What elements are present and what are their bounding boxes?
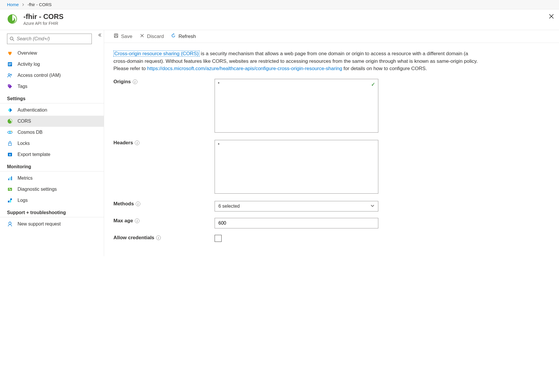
headers-label: Headers i <box>113 140 215 146</box>
sidebar-search-field[interactable] <box>17 36 89 41</box>
info-icon[interactable]: i <box>135 141 139 145</box>
page-subtitle: Azure API for FHIR <box>23 21 63 26</box>
sidebar-section-monitoring: Monitoring <box>0 160 104 171</box>
command-bar: Save Discard Refresh <box>104 30 559 43</box>
page-header: -fhir - CORS Azure API for FHIR <box>0 9 559 30</box>
sidebar-item-tags[interactable]: Tags <box>0 81 104 92</box>
origins-label: Origins i <box>113 79 215 85</box>
sidebar-item-authentication[interactable]: Authentication <box>0 105 104 116</box>
info-icon[interactable]: i <box>133 79 137 84</box>
diagnostic-icon <box>7 187 13 192</box>
sidebar-collapse-button[interactable] <box>97 33 101 38</box>
sidebar-item-cosmos-db[interactable]: Cosmos DB <box>0 127 104 138</box>
sidebar-item-logs[interactable]: Logs <box>0 195 104 206</box>
lock-icon <box>7 141 13 146</box>
svg-rect-19 <box>8 201 9 202</box>
tag-icon <box>7 84 13 89</box>
chevron-down-icon <box>370 204 375 209</box>
svg-rect-24 <box>115 34 117 35</box>
intro-text: Cross-origin resource sharing (CORS) is … <box>113 50 481 72</box>
methods-dropdown[interactable]: 6 selected <box>215 201 378 211</box>
svg-point-11 <box>9 131 11 133</box>
sidebar-item-label: Diagnostic settings <box>18 187 57 192</box>
svg-rect-16 <box>10 177 11 180</box>
save-button-label: Save <box>121 34 132 39</box>
info-icon[interactable]: i <box>135 218 139 223</box>
auth-icon <box>7 107 13 113</box>
svg-rect-20 <box>10 200 11 202</box>
svg-point-12 <box>11 131 12 132</box>
sidebar-item-export-template[interactable]: Export template <box>0 149 104 160</box>
maxage-input[interactable] <box>215 218 378 228</box>
sidebar-item-label: Logs <box>18 198 28 203</box>
breadcrumb: Home -fhir - CORS <box>0 0 559 9</box>
checkmark-icon: ✓ <box>371 81 375 88</box>
sidebar-search-input[interactable] <box>7 34 92 44</box>
methods-label: Methods i <box>113 201 215 207</box>
log-icon <box>7 62 13 67</box>
cors-docs-link[interactable]: https://docs.microsoft.com/azure/healthc… <box>147 66 342 71</box>
sidebar-item-new-support-request[interactable]: New support request <box>0 218 104 230</box>
sidebar-item-activity-log[interactable]: Activity log <box>0 59 104 70</box>
save-button[interactable]: Save <box>113 33 132 40</box>
discard-button[interactable]: Discard <box>139 33 164 40</box>
chevron-right-icon <box>22 2 25 7</box>
export-icon <box>7 152 13 157</box>
page-title: -fhir - CORS <box>23 12 63 21</box>
sidebar-item-metrics[interactable]: Metrics <box>0 173 104 184</box>
svg-point-7 <box>11 74 12 75</box>
refresh-button[interactable]: Refresh <box>171 33 196 40</box>
refresh-icon <box>171 33 176 40</box>
svg-rect-15 <box>8 178 9 180</box>
sidebar-item-cors[interactable]: CORS <box>0 116 104 127</box>
svg-rect-4 <box>8 64 11 65</box>
info-icon[interactable]: i <box>136 202 140 206</box>
fhir-resource-icon <box>7 14 18 24</box>
sidebar-item-label: New support request <box>18 221 61 227</box>
heart-icon <box>7 51 13 56</box>
headers-input[interactable] <box>215 140 378 194</box>
sidebar-item-label: CORS <box>18 119 31 124</box>
sidebar-item-diagnostic-settings[interactable]: Diagnostic settings <box>0 184 104 195</box>
svg-rect-17 <box>11 176 12 180</box>
sidebar-item-label: Overview <box>18 51 37 56</box>
svg-point-1 <box>10 37 13 40</box>
svg-rect-3 <box>8 63 11 64</box>
sidebar-item-label: Authentication <box>18 107 47 113</box>
search-icon <box>10 37 14 41</box>
sidebar-item-access-control[interactable]: Access control (IAM) <box>0 70 104 81</box>
metrics-icon <box>7 176 13 181</box>
svg-point-21 <box>10 198 12 200</box>
allowcredentials-label: Allow credentials i <box>113 235 215 241</box>
sidebar-item-label: Tags <box>18 84 27 89</box>
content-area: Save Discard Refresh Cross-origin resour… <box>104 30 559 256</box>
breadcrumb-home-link[interactable]: Home <box>7 2 19 7</box>
sidebar-item-locks[interactable]: Locks <box>0 138 104 149</box>
cosmos-icon <box>7 130 13 135</box>
save-icon <box>113 33 119 40</box>
sidebar-item-label: Access control (IAM) <box>18 73 61 78</box>
sidebar-item-label: Export template <box>18 152 50 157</box>
svg-rect-25 <box>115 36 117 37</box>
sidebar-item-overview[interactable]: Overview <box>0 48 104 59</box>
sidebar-section-support: Support + troubleshooting <box>0 206 104 217</box>
info-icon[interactable]: i <box>156 235 161 240</box>
sidebar-item-label: Cosmos DB <box>18 130 42 135</box>
support-icon <box>7 221 13 227</box>
discard-button-label: Discard <box>147 34 164 39</box>
svg-point-8 <box>9 85 10 86</box>
origins-input[interactable] <box>215 79 378 133</box>
sidebar-section-settings: Settings <box>0 92 104 103</box>
allowcredentials-checkbox[interactable] <box>215 235 222 242</box>
close-button[interactable] <box>548 13 554 20</box>
maxage-label: Max age i <box>113 218 215 224</box>
people-icon <box>7 73 13 78</box>
sidebar-item-label: Activity log <box>18 62 40 67</box>
svg-rect-13 <box>8 143 11 145</box>
breadcrumb-current: -fhir - CORS <box>27 2 52 7</box>
sidebar-item-label: Locks <box>18 141 30 146</box>
cors-definition-link[interactable]: Cross-origin resource sharing (CORS) <box>113 51 199 57</box>
sidebar-item-label: Metrics <box>18 176 33 181</box>
refresh-button-label: Refresh <box>178 34 196 39</box>
methods-dropdown-value: 6 selected <box>218 204 240 209</box>
